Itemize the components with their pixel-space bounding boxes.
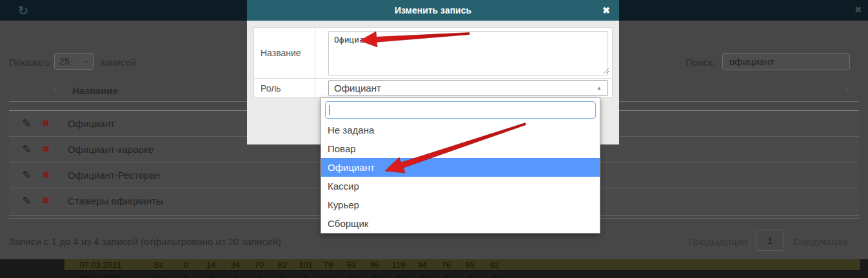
bg-cell: 119 — [392, 259, 406, 270]
role-select-value: Официант — [334, 81, 381, 95]
caret-down-icon: ▾ — [846, 90, 849, 94]
dropdown-option[interactable]: Повар — [321, 139, 600, 158]
text-cursor — [330, 105, 330, 115]
background-table-strip: 07.03.2021 Вс 0 14 34 70 82 101 79 63 96… — [0, 259, 868, 278]
edit-icon[interactable]: ✎ — [19, 188, 34, 213]
dropdown-option-selected[interactable]: Официант — [321, 158, 600, 177]
sort-icon[interactable]: ▴ ▾ — [54, 86, 57, 94]
role-dropdown-panel: Не задана Повар Официант Кассир Курьер С… — [321, 97, 600, 233]
pagination-prev[interactable]: Предыдущая — [688, 236, 747, 247]
bg-cell: 0 — [468, 273, 472, 278]
bg-cell: 82 — [490, 259, 499, 270]
row-name: Стажеры официанты — [68, 188, 163, 213]
row-name: Официант-караоке — [68, 137, 153, 162]
bg-cell: 34 — [231, 259, 240, 270]
delete-icon[interactable]: ✖ — [39, 188, 53, 213]
bg-cell: 0 — [444, 273, 448, 278]
dropdown-option[interactable]: Курьер — [321, 195, 600, 214]
bg-cell: 0 — [183, 273, 188, 278]
bg-cell: 82 — [278, 259, 287, 270]
dropdown-option[interactable]: Сборщик — [321, 214, 600, 233]
delete-icon[interactable]: ✖ — [39, 111, 53, 136]
bg-cell: 94 — [418, 259, 427, 270]
edit-icon[interactable]: ✎ — [19, 111, 34, 136]
bg-cell-day: Вс — [153, 259, 163, 270]
panel-close-icon[interactable]: ✖ — [854, 5, 862, 15]
search-label: Поиск: — [686, 57, 715, 68]
show-label: Показать — [9, 57, 50, 68]
column-header-name[interactable]: Название — [72, 85, 118, 96]
bg-cell: 0 — [372, 273, 377, 278]
delete-icon[interactable]: ✖ — [39, 163, 53, 188]
search-input[interactable]: официант — [722, 53, 850, 70]
records-summary: Записи с 1 до 4 из 4 записей (отфильтров… — [9, 236, 281, 247]
bg-cell-day: Пн — [153, 273, 164, 278]
select-arrow-up-icon: ▲ — [597, 85, 602, 91]
modal-header: Изменить запись ✖ — [247, 0, 619, 21]
name-textarea[interactable]: Официант — [328, 31, 607, 75]
bg-cell: 0 — [183, 259, 188, 270]
pagination-next[interactable]: Следующая — [793, 236, 847, 247]
bg-cell: 0 — [420, 273, 424, 278]
role-select[interactable]: Официант ▲ — [328, 80, 608, 96]
caret-down-icon: ▾ — [54, 90, 57, 94]
bg-cell: 63 — [347, 259, 356, 270]
role-field-row: Роль Официант ▲ — [254, 79, 612, 97]
dropdown-options-list: Не задана Повар Официант Кассир Курьер С… — [321, 121, 600, 233]
bg-cell: 0 — [233, 273, 237, 278]
records-suffix-label: записей — [100, 57, 136, 68]
page-size-value: 25 — [59, 56, 70, 66]
modal-close-icon[interactable]: ✖ — [602, 0, 610, 21]
background-table-row: 07.03.2021 Вс 0 14 34 70 82 101 79 63 96… — [0, 259, 868, 270]
dropdown-search-input[interactable] — [325, 101, 596, 119]
bg-cell: 0 — [257, 273, 261, 278]
bg-cell: 70 — [255, 259, 264, 270]
bg-cell: 95 — [466, 259, 475, 270]
sort-icon[interactable]: ▴ ▾ — [846, 86, 849, 94]
role-field-label: Роль — [254, 79, 315, 97]
bg-cell: 0 — [303, 273, 308, 278]
chevron-down-icon: ⌄ — [83, 56, 89, 65]
bg-cell: 14 — [206, 259, 215, 270]
modal-form: Название Официант Роль Официант ▲ — [253, 27, 613, 98]
edit-icon[interactable]: ✎ — [19, 163, 34, 188]
page-size-select[interactable]: 25 ⌄ — [54, 53, 94, 70]
bg-cell-date: 07.03.2021 — [79, 259, 121, 270]
bg-cell: 0 — [396, 273, 400, 278]
name-field-row: Название Официант — [254, 28, 612, 79]
delete-icon[interactable]: ✖ — [39, 137, 53, 162]
bg-cell-date: 08.03.2021 — [79, 273, 121, 278]
bg-cell: 0 — [349, 273, 353, 278]
bg-cell: 0 — [492, 273, 497, 278]
pagination-current-page[interactable]: 1 — [756, 230, 784, 251]
dropdown-option[interactable]: Не задана — [321, 121, 600, 139]
bg-cell: 96 — [370, 259, 379, 270]
row-name: Официант-Ресторан — [68, 163, 160, 188]
edit-icon[interactable]: ✎ — [19, 137, 34, 162]
bg-cell: 79 — [324, 259, 333, 270]
row-name: Официант — [68, 111, 115, 136]
bg-cell: 0 — [280, 273, 284, 278]
modal-title: Изменить запись — [247, 0, 619, 21]
bg-cell: 0 — [326, 273, 330, 278]
bg-cell: 76 — [442, 259, 451, 270]
bg-cell: 0 — [208, 273, 213, 278]
dropdown-option[interactable]: Кассир — [321, 177, 600, 195]
name-field-label: Название — [254, 28, 315, 78]
refresh-icon[interactable]: ↻ — [18, 3, 28, 18]
background-table-row: 08.03.2021 Пн 0 0 0 0 0 0 0 0 0 0 0 0 0 … — [0, 273, 868, 278]
bg-cell: 101 — [299, 259, 313, 270]
